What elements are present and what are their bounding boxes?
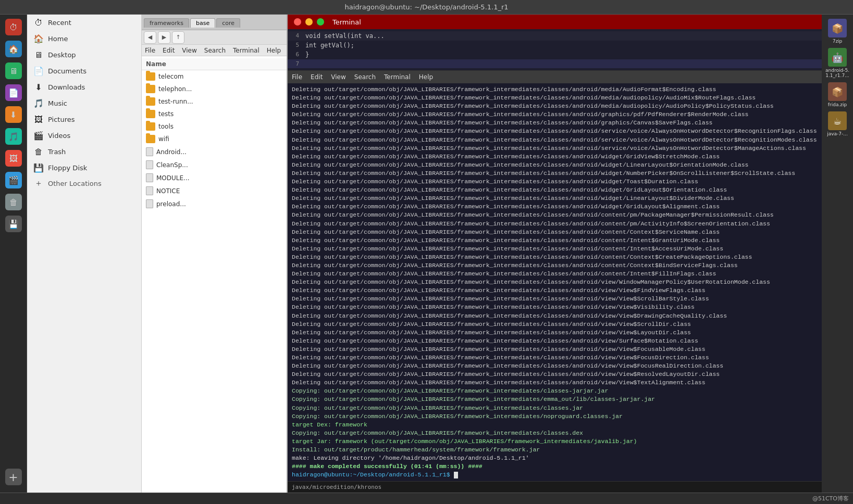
terminal-titlebar: Terminal <box>288 15 822 29</box>
taskbar-home[interactable]: 🏠 <box>3 39 24 59</box>
taskbar-downloads[interactable]: ⬇ <box>3 104 24 125</box>
desktop-icon-java7[interactable]: ☕ java-7-... <box>825 111 850 136</box>
terminal-menu-edit[interactable]: Edit <box>311 73 323 81</box>
documents-sidebar-icon: 📄 <box>33 66 44 76</box>
desktop-sidebar-icon: 🖥 <box>33 50 44 60</box>
terminal-line: Deleting out/target/common/obj/JAVA_LIBR… <box>292 110 818 119</box>
sidebar-item-trash[interactable]: 🗑 Trash <box>27 144 141 160</box>
fm-menu-terminal[interactable]: Terminal <box>233 47 259 54</box>
terminal-minimize-btn[interactable] <box>305 18 313 26</box>
sidebar-item-floppy[interactable]: 💾 Floppy Disk <box>27 160 141 176</box>
list-item[interactable]: wifi <box>142 133 287 145</box>
taskbar-music[interactable]: 🎵 <box>3 126 24 147</box>
folder-icon <box>146 135 155 143</box>
fm-menu-view[interactable]: View <box>182 47 196 54</box>
taskbar-documents[interactable]: 📄 <box>3 82 24 103</box>
taskbar-other-locations[interactable]: + <box>3 467 24 487</box>
terminal-prompt[interactable]: haidragon@ubuntu:~/Desktop/android-5.1.1… <box>292 471 818 479</box>
top-bar: haidragon@ubuntu: ~/Desktop/android-5.1.… <box>0 0 853 15</box>
terminal-line: Deleting out/target/common/obj/JAVA_LIBR… <box>292 379 818 387</box>
terminal-menu-search[interactable]: Search <box>354 73 376 81</box>
desktop-icon-frida-zip[interactable]: 📦 frida.zip <box>825 82 850 107</box>
fm-tabs-row: frameworks base core <box>142 15 287 30</box>
sidebar-item-documents[interactable]: 📄 Documents <box>27 63 141 79</box>
fm-menu-help[interactable]: Help <box>267 47 281 54</box>
terminal-line: Deleting out/target/common/obj/JAVA_LIBR… <box>292 136 818 144</box>
sidebar-item-other-locations[interactable]: ＋ Other Locations <box>27 176 141 191</box>
fm-back-btn[interactable]: ◀ <box>144 31 156 44</box>
terminal-line: Copying: out/target/common/obj/JAVA_LIBR… <box>292 387 818 395</box>
terminal-line: make: Leaving directory '/home/haidragon… <box>292 454 818 462</box>
fm-up-btn[interactable]: ↑ <box>172 31 184 44</box>
list-item[interactable]: tests <box>142 108 287 120</box>
terminal-line: #### make completed successfully (01:41 … <box>292 462 818 471</box>
terminal-line: Install: out/target/product/hammerhead/s… <box>292 446 818 454</box>
file-icon <box>146 186 153 195</box>
terminal-maximize-btn[interactable] <box>317 18 324 26</box>
taskbar-pictures[interactable]: 🖼 <box>3 148 24 169</box>
terminal-menu-file[interactable]: File <box>292 73 302 81</box>
desktop-icon-7zip[interactable]: 📦 7zip <box>825 19 850 44</box>
terminal-line: Deleting out/target/common/obj/JAVA_LIBR… <box>292 220 818 228</box>
terminal-line: Deleting out/target/common/obj/JAVA_LIBR… <box>292 194 818 203</box>
list-item[interactable]: telephon... <box>142 83 287 95</box>
sidebar-item-desktop[interactable]: 🖥 Desktop <box>27 47 141 63</box>
terminal-line: Deleting out/target/common/obj/JAVA_LIBR… <box>292 345 818 354</box>
sidebar-item-downloads[interactable]: ⬇ Downloads <box>27 79 141 95</box>
taskbar-videos[interactable]: 🎬 <box>3 170 24 191</box>
folder-icon <box>146 72 155 81</box>
fm-menu-edit[interactable]: Edit <box>163 47 175 54</box>
terminal-menubar: File Edit View Search Terminal Help <box>288 71 822 83</box>
terminal-line: Deleting out/target/common/obj/JAVA_LIBR… <box>292 153 818 161</box>
fm-menu-search[interactable]: Search <box>204 47 226 54</box>
list-item[interactable]: Android... <box>142 145 287 158</box>
floppy-sidebar-icon: 💾 <box>33 163 44 173</box>
terminal-line: target Dex: framework <box>292 421 818 429</box>
list-item[interactable]: preload... <box>142 197 287 210</box>
sidebar-label-recent: Recent <box>48 19 71 27</box>
sidebar-item-pictures[interactable]: 🖼 Pictures <box>27 111 141 128</box>
folder-icon <box>146 97 155 106</box>
desktop-sidebar: 📦 7zip 🤖 android-5.1.1_r1.7... 📦 frida.z… <box>822 15 853 493</box>
terminal-line: Deleting out/target/common/obj/JAVA_LIBR… <box>292 211 818 219</box>
trash-sidebar-icon: 🗑 <box>33 147 44 157</box>
sidebar-item-home[interactable]: 🏠 Home <box>27 31 141 47</box>
folder-name-tests: tests <box>158 110 174 118</box>
file-name-android: Android... <box>156 148 187 156</box>
list-item[interactable]: tools <box>142 120 287 133</box>
terminal-close-btn[interactable] <box>294 18 301 26</box>
sidebar-item-music[interactable]: 🎵 Music <box>27 95 141 111</box>
terminal-status: javax/microedition/khronos <box>292 484 381 490</box>
list-item[interactable]: CleanSp... <box>142 158 287 171</box>
taskbar-recent[interactable]: ⏱ <box>3 17 24 37</box>
terminal-menu-terminal[interactable]: Terminal <box>384 73 411 81</box>
terminal-line: Deleting out/target/common/obj/JAVA_LIBR… <box>292 295 818 303</box>
terminal-menu-help[interactable]: Help <box>419 73 433 81</box>
terminal-line: Deleting out/target/common/obj/JAVA_LIBR… <box>292 236 818 245</box>
list-item[interactable]: MODULE... <box>142 171 287 184</box>
fm-forward-btn[interactable]: ▶ <box>158 31 170 44</box>
list-item[interactable]: test-runn... <box>142 95 287 108</box>
fm-tab-base[interactable]: base <box>190 18 215 28</box>
fm-tab-frameworks[interactable]: frameworks <box>144 18 189 28</box>
terminal-content[interactable]: Deleting out/target/common/obj/JAVA_LIBR… <box>288 83 822 481</box>
list-item[interactable]: telecom <box>142 70 287 83</box>
fm-menu-file[interactable]: File <box>145 47 155 54</box>
terminal-menu-view[interactable]: View <box>331 73 345 81</box>
status-bar: @51CTO博客 <box>0 493 853 504</box>
sidebar-label-pictures: Pictures <box>48 116 75 123</box>
fm-tab-core[interactable]: core <box>216 18 240 28</box>
taskbar: ⏱ 🏠 🖥 📄 ⬇ 🎵 🖼 🎬 🗑 💾 + <box>0 15 27 493</box>
taskbar-desktop[interactable]: 🖥 <box>3 60 24 81</box>
list-item[interactable]: NOTICE <box>142 184 287 197</box>
folder-icon <box>146 85 155 93</box>
sidebar-item-videos[interactable]: 🎬 Videos <box>27 128 141 144</box>
sidebar-item-recent[interactable]: ⏱ Recent <box>27 15 141 31</box>
taskbar-trash[interactable]: 🗑 <box>3 192 24 212</box>
terminal-line: target Jar: framework (out/target/common… <box>292 437 818 446</box>
file-name-module: MODULE... <box>156 174 190 182</box>
taskbar-floppy[interactable]: 💾 <box>3 213 24 234</box>
desktop-icon-android[interactable]: 🤖 android-5.1.1_r1.7... <box>825 48 850 78</box>
terminal-line: Deleting out/target/common/obj/JAVA_LIBR… <box>292 186 818 194</box>
sidebar-label-floppy: Floppy Disk <box>48 164 87 172</box>
